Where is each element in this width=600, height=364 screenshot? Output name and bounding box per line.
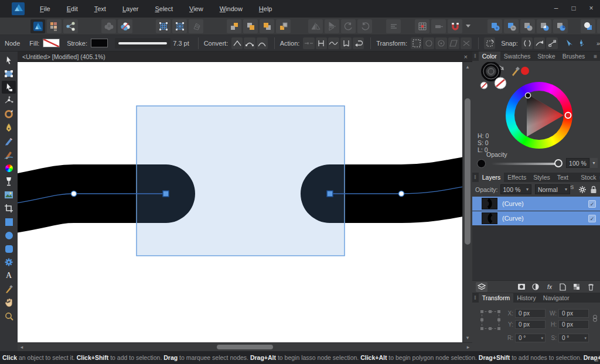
snap-node-alignment-button[interactable] xyxy=(576,37,587,49)
stroke-width-value[interactable]: 7.3 pt xyxy=(173,40,189,47)
tab-effects[interactable]: Effects xyxy=(504,173,530,182)
pixel-persona-button[interactable] xyxy=(47,19,62,33)
convert-sharp-button[interactable] xyxy=(231,37,243,49)
layer-visibility-checkbox[interactable]: ✓ xyxy=(588,215,596,222)
vector-brush-tool[interactable] xyxy=(2,148,16,161)
transform-rotate-button[interactable] xyxy=(435,37,446,49)
action-break-curve-button[interactable] xyxy=(303,37,314,49)
layer-row-curve-1[interactable]: (Curve) ✓ xyxy=(472,197,600,211)
fill-color-well[interactable] xyxy=(495,77,506,89)
curve-node-selected[interactable] xyxy=(163,191,169,197)
anchor-point-selector[interactable] xyxy=(482,311,499,329)
rotation-input[interactable]: 0 °▾ xyxy=(515,334,546,342)
stroke-width-slider[interactable] xyxy=(115,38,171,49)
rounded-rectangle-tool[interactable] xyxy=(2,242,16,255)
boolean-intersect-button[interactable] xyxy=(520,19,535,33)
minimize-button[interactable]: – xyxy=(547,0,565,18)
horizontal-scrollbar[interactable]: ◂ ▸ xyxy=(18,342,472,351)
add-pixel-layer-icon[interactable] xyxy=(571,282,582,292)
tab-text-styles[interactable]: Text Styles xyxy=(554,173,578,182)
tab-navigator[interactable]: Navigator xyxy=(540,293,573,303)
artboard-tool[interactable] xyxy=(2,67,16,80)
corner-tool[interactable] xyxy=(2,108,16,121)
panel-menu-icon[interactable]: ≡ xyxy=(594,53,597,60)
snap-off-curves-button[interactable] xyxy=(521,37,533,49)
current-color-swatch[interactable] xyxy=(477,159,486,168)
zoom-tool[interactable] xyxy=(2,310,16,322)
fill-swatch[interactable] xyxy=(43,39,60,47)
menu-window[interactable]: Window xyxy=(212,0,251,18)
grid-advanced-disabled-button[interactable] xyxy=(189,19,203,33)
menu-layer[interactable]: Layer xyxy=(114,0,147,18)
order-front-button[interactable] xyxy=(243,19,258,33)
snap-while-dragging-button[interactable] xyxy=(546,37,557,49)
order-backward-button[interactable] xyxy=(260,19,274,33)
menu-edit[interactable]: Edit xyxy=(59,0,86,18)
add-mask-layer-icon[interactable] xyxy=(516,282,527,292)
menu-select[interactable]: Select xyxy=(146,0,181,18)
menu-text[interactable]: Text xyxy=(86,0,114,18)
transform-shear-button[interactable] xyxy=(448,37,459,49)
triangle-selector[interactable] xyxy=(526,93,531,98)
tab-stroke[interactable]: Stroke xyxy=(534,51,558,61)
boolean-add-button[interactable] xyxy=(488,19,502,33)
ellipse-tool[interactable] xyxy=(2,229,16,242)
horizontal-scroll-thumb[interactable] xyxy=(217,345,273,349)
vertical-scroll-thumb[interactable] xyxy=(465,98,471,245)
link-dimensions-icon[interactable] xyxy=(593,315,597,322)
move-by-whole-pixels-disabled-button[interactable] xyxy=(431,19,446,33)
close-button[interactable]: × xyxy=(582,0,600,18)
edit-all-layers-icon[interactable] xyxy=(476,282,488,292)
tab-color[interactable]: Color xyxy=(479,51,500,61)
panel-grip-icon[interactable]: ‖ xyxy=(474,295,476,301)
canvas[interactable] xyxy=(18,62,462,342)
designer-persona-button[interactable] xyxy=(30,19,45,33)
menu-view[interactable]: View xyxy=(181,0,212,18)
point-transform-tool[interactable] xyxy=(2,94,16,107)
curve-node-unselected[interactable] xyxy=(399,191,404,197)
w-input[interactable]: 0 px xyxy=(558,309,589,318)
scroll-left-icon[interactable]: ◂ xyxy=(18,344,26,350)
boolean-subtract-button[interactable] xyxy=(504,19,519,33)
opacity-caret-icon[interactable]: ▾ xyxy=(590,158,598,168)
tab-brushes[interactable]: Brushes xyxy=(559,51,589,61)
geometry-square-circle-button[interactable] xyxy=(597,19,600,33)
scroll-up-icon[interactable]: ▴ xyxy=(463,62,472,70)
shear-input[interactable]: 0 °▾ xyxy=(558,334,589,342)
alignment-disabled-button[interactable] xyxy=(386,19,401,33)
convert-smooth-button[interactable] xyxy=(257,37,268,49)
layer-label[interactable]: (Curve) xyxy=(502,215,524,222)
force-pixel-alignment-button[interactable] xyxy=(415,19,429,33)
tab-history[interactable]: History xyxy=(513,293,540,303)
snap-to-geometry-button[interactable] xyxy=(534,37,545,49)
layer-thumbnail[interactable] xyxy=(482,212,497,224)
opacity-value[interactable]: 100 % xyxy=(566,158,589,168)
boolean-combine-button[interactable] xyxy=(553,19,568,33)
tab-layers[interactable]: Layers xyxy=(479,173,504,182)
rotate-cw-disabled-button[interactable] xyxy=(357,19,372,33)
cog-tool[interactable] xyxy=(2,256,16,269)
vector-crop-tool[interactable] xyxy=(2,202,16,215)
geometry-circle-square-button[interactable] xyxy=(581,19,595,33)
node-tool[interactable] xyxy=(2,81,16,94)
rotate-ccw-disabled-button[interactable] xyxy=(341,19,356,33)
flip-horizontal-disabled-button[interactable] xyxy=(308,19,323,33)
overflow-chevron-icon[interactable]: » xyxy=(596,40,600,47)
no-color-well[interactable] xyxy=(480,82,488,89)
convert-smart-button[interactable] xyxy=(244,37,255,49)
stroke-swatch[interactable] xyxy=(91,39,108,47)
scroll-down-icon[interactable]: ▾ xyxy=(463,335,472,341)
x-input[interactable]: 0 px xyxy=(515,309,546,318)
tab-styles[interactable]: Styles xyxy=(530,173,554,182)
color-picker-icon[interactable] xyxy=(512,67,520,76)
action-close-curve-button[interactable] xyxy=(316,37,327,49)
move-tool[interactable] xyxy=(2,54,16,67)
pencil-tool[interactable] xyxy=(2,135,16,147)
layer-effects-fx-icon[interactable]: fx xyxy=(544,282,555,292)
layer-visibility-checkbox[interactable]: ✓ xyxy=(588,200,596,208)
panel-grip-icon[interactable]: ‖ xyxy=(474,53,476,59)
layer-label[interactable]: (Curve) xyxy=(502,200,524,207)
layer-row-curve-2[interactable]: (Curve) ✓ xyxy=(472,211,600,225)
transform-reset-button[interactable] xyxy=(461,37,472,49)
vertical-scrollbar[interactable]: ▴ ▾ xyxy=(462,62,472,342)
